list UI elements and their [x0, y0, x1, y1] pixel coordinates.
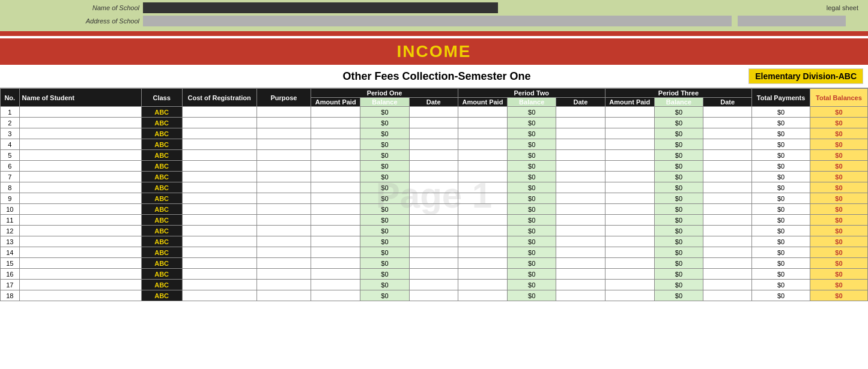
purpose[interactable]	[256, 161, 311, 172]
p2-date-cell[interactable]	[556, 161, 605, 172]
p3-date-cell[interactable]	[703, 128, 752, 139]
p3-date-cell[interactable]	[703, 107, 752, 118]
p1-date-cell[interactable]	[409, 215, 458, 226]
p3-amount-paid-cell[interactable]	[605, 280, 654, 290]
purpose[interactable]	[256, 204, 311, 215]
student-name[interactable]	[19, 107, 141, 118]
p2-amount-paid-cell[interactable]	[458, 107, 507, 118]
p1-date-cell[interactable]	[409, 150, 458, 161]
cost-registration[interactable]	[182, 269, 256, 280]
extra-input[interactable]	[738, 16, 846, 26]
p1-date-cell[interactable]	[409, 182, 458, 193]
purpose[interactable]	[256, 150, 311, 161]
p3-amount-paid-cell[interactable]	[605, 215, 654, 226]
p1-amount-paid-cell[interactable]	[311, 204, 360, 215]
p1-date-cell[interactable]	[409, 193, 458, 204]
p1-amount-paid-cell[interactable]	[311, 161, 360, 172]
p1-amount-paid-cell[interactable]	[311, 107, 360, 118]
cost-registration[interactable]	[182, 247, 256, 258]
student-name[interactable]	[19, 280, 141, 290]
p1-amount-paid-cell[interactable]	[311, 193, 360, 204]
p3-date-cell[interactable]	[703, 247, 752, 258]
p3-date-cell[interactable]	[703, 182, 752, 193]
p3-amount-paid-cell[interactable]	[605, 118, 654, 128]
p3-date-cell[interactable]	[703, 172, 752, 182]
purpose[interactable]	[256, 182, 311, 193]
p3-amount-paid-cell[interactable]	[605, 258, 654, 269]
purpose[interactable]	[256, 247, 311, 258]
p2-amount-paid-cell[interactable]	[458, 215, 507, 226]
cost-registration[interactable]	[182, 280, 256, 290]
cost-registration[interactable]	[182, 215, 256, 226]
p1-date-cell[interactable]	[409, 258, 458, 269]
p2-amount-paid-cell[interactable]	[458, 150, 507, 161]
cost-registration[interactable]	[182, 290, 256, 301]
p2-date-cell[interactable]	[556, 215, 605, 226]
p1-date-cell[interactable]	[409, 118, 458, 128]
student-name[interactable]	[19, 128, 141, 139]
cost-registration[interactable]	[182, 193, 256, 204]
p1-date-cell[interactable]	[409, 128, 458, 139]
p3-amount-paid-cell[interactable]	[605, 193, 654, 204]
p2-amount-paid-cell[interactable]	[458, 247, 507, 258]
p3-amount-paid-cell[interactable]	[605, 204, 654, 215]
student-name[interactable]	[19, 236, 141, 247]
p2-date-cell[interactable]	[556, 236, 605, 247]
p1-date-cell[interactable]	[409, 204, 458, 215]
address-input[interactable]	[143, 16, 732, 26]
p3-date-cell[interactable]	[703, 161, 752, 172]
p1-date-cell[interactable]	[409, 139, 458, 150]
purpose[interactable]	[256, 226, 311, 236]
p2-date-cell[interactable]	[556, 280, 605, 290]
p1-amount-paid-cell[interactable]	[311, 226, 360, 236]
p3-amount-paid-cell[interactable]	[605, 269, 654, 280]
school-name-input[interactable]	[143, 2, 498, 13]
student-name[interactable]	[19, 172, 141, 182]
p2-amount-paid-cell[interactable]	[458, 118, 507, 128]
student-name[interactable]	[19, 139, 141, 150]
p2-amount-paid-cell[interactable]	[458, 161, 507, 172]
p3-date-cell[interactable]	[703, 290, 752, 301]
p1-amount-paid-cell[interactable]	[311, 150, 360, 161]
student-name[interactable]	[19, 150, 141, 161]
p3-amount-paid-cell[interactable]	[605, 226, 654, 236]
p3-amount-paid-cell[interactable]	[605, 128, 654, 139]
p1-date-cell[interactable]	[409, 161, 458, 172]
p1-date-cell[interactable]	[409, 107, 458, 118]
cost-registration[interactable]	[182, 172, 256, 182]
p1-date-cell[interactable]	[409, 280, 458, 290]
p2-amount-paid-cell[interactable]	[458, 193, 507, 204]
p1-amount-paid-cell[interactable]	[311, 139, 360, 150]
p3-amount-paid-cell[interactable]	[605, 172, 654, 182]
student-name[interactable]	[19, 215, 141, 226]
p3-date-cell[interactable]	[703, 215, 752, 226]
p3-amount-paid-cell[interactable]	[605, 290, 654, 301]
p2-date-cell[interactable]	[556, 226, 605, 236]
p2-date-cell[interactable]	[556, 150, 605, 161]
p3-amount-paid-cell[interactable]	[605, 247, 654, 258]
p1-amount-paid-cell[interactable]	[311, 258, 360, 269]
p2-amount-paid-cell[interactable]	[458, 280, 507, 290]
p1-date-cell[interactable]	[409, 290, 458, 301]
p2-date-cell[interactable]	[556, 172, 605, 182]
p1-amount-paid-cell[interactable]	[311, 269, 360, 280]
p2-date-cell[interactable]	[556, 139, 605, 150]
p3-date-cell[interactable]	[703, 269, 752, 280]
p1-amount-paid-cell[interactable]	[311, 215, 360, 226]
p2-date-cell[interactable]	[556, 204, 605, 215]
p3-date-cell[interactable]	[703, 193, 752, 204]
p3-date-cell[interactable]	[703, 226, 752, 236]
purpose[interactable]	[256, 236, 311, 247]
cost-registration[interactable]	[182, 139, 256, 150]
p3-amount-paid-cell[interactable]	[605, 182, 654, 193]
p2-amount-paid-cell[interactable]	[458, 226, 507, 236]
purpose[interactable]	[256, 118, 311, 128]
p1-amount-paid-cell[interactable]	[311, 280, 360, 290]
p1-amount-paid-cell[interactable]	[311, 182, 360, 193]
student-name[interactable]	[19, 118, 141, 128]
purpose[interactable]	[256, 107, 311, 118]
cost-registration[interactable]	[182, 128, 256, 139]
purpose[interactable]	[256, 269, 311, 280]
student-name[interactable]	[19, 258, 141, 269]
student-name[interactable]	[19, 193, 141, 204]
